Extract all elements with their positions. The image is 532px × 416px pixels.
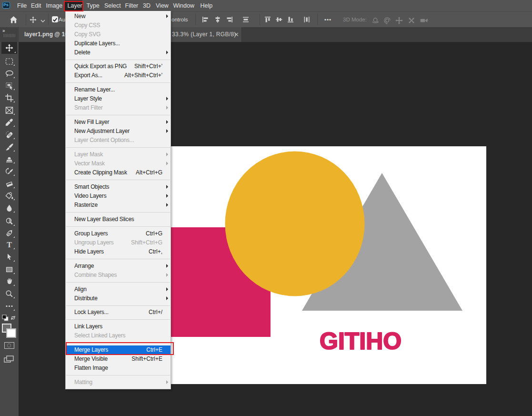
svg-text:GITIHO: GITIHO: [320, 328, 402, 355]
